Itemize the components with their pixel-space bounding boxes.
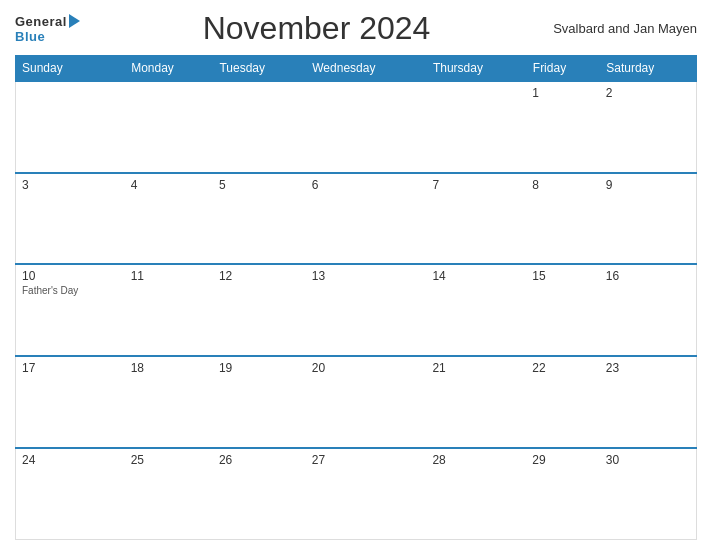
day-number: 30 (606, 453, 690, 467)
day-number: 17 (22, 361, 119, 375)
day-number: 19 (219, 361, 300, 375)
calendar-title: November 2024 (80, 10, 553, 47)
calendar-cell: 15 (526, 264, 599, 356)
day-number: 22 (532, 361, 593, 375)
holiday-label: Father's Day (22, 285, 119, 296)
calendar-cell: 14 (426, 264, 526, 356)
calendar-cell: 4 (125, 173, 213, 265)
day-number: 27 (312, 453, 421, 467)
calendar-week-0: 12 (16, 81, 697, 173)
calendar-cell: 2 (600, 81, 697, 173)
day-of-week-wednesday: Wednesday (306, 56, 427, 82)
calendar-cell: 6 (306, 173, 427, 265)
day-of-week-friday: Friday (526, 56, 599, 82)
calendar-cell: 24 (16, 448, 125, 540)
region-label: Svalbard and Jan Mayen (553, 21, 697, 36)
day-number: 12 (219, 269, 300, 283)
days-of-week-row: SundayMondayTuesdayWednesdayThursdayFrid… (16, 56, 697, 82)
calendar-cell: 12 (213, 264, 306, 356)
calendar-cell: 21 (426, 356, 526, 448)
calendar-cell: 29 (526, 448, 599, 540)
calendar-body: 12345678910Father's Day11121314151617181… (16, 81, 697, 540)
calendar-week-3: 17181920212223 (16, 356, 697, 448)
day-number: 1 (532, 86, 593, 100)
calendar-cell: 7 (426, 173, 526, 265)
day-number: 26 (219, 453, 300, 467)
day-number: 29 (532, 453, 593, 467)
logo-triangle-icon (69, 14, 80, 28)
calendar-cell (306, 81, 427, 173)
day-number: 21 (432, 361, 520, 375)
day-number: 2 (606, 86, 690, 100)
logo: General Blue (15, 14, 80, 44)
day-number: 18 (131, 361, 207, 375)
calendar-cell: 25 (125, 448, 213, 540)
calendar-cell: 5 (213, 173, 306, 265)
logo-general-text: General (15, 14, 67, 29)
calendar-cell: 11 (125, 264, 213, 356)
day-number: 7 (432, 178, 520, 192)
calendar-cell: 20 (306, 356, 427, 448)
calendar-cell (426, 81, 526, 173)
logo-blue-text: Blue (15, 29, 45, 44)
calendar-cell: 9 (600, 173, 697, 265)
day-of-week-saturday: Saturday (600, 56, 697, 82)
day-number: 4 (131, 178, 207, 192)
calendar-week-1: 3456789 (16, 173, 697, 265)
calendar-cell: 16 (600, 264, 697, 356)
day-number: 13 (312, 269, 421, 283)
day-number: 6 (312, 178, 421, 192)
day-number: 5 (219, 178, 300, 192)
calendar-cell: 18 (125, 356, 213, 448)
calendar-cell: 17 (16, 356, 125, 448)
day-number: 25 (131, 453, 207, 467)
day-number: 11 (131, 269, 207, 283)
calendar-cell (213, 81, 306, 173)
calendar-week-2: 10Father's Day111213141516 (16, 264, 697, 356)
calendar-header-row: SundayMondayTuesdayWednesdayThursdayFrid… (16, 56, 697, 82)
day-number: 10 (22, 269, 119, 283)
day-number: 20 (312, 361, 421, 375)
day-number: 14 (432, 269, 520, 283)
calendar-cell: 19 (213, 356, 306, 448)
day-of-week-thursday: Thursday (426, 56, 526, 82)
day-of-week-tuesday: Tuesday (213, 56, 306, 82)
calendar-cell: 27 (306, 448, 427, 540)
day-of-week-sunday: Sunday (16, 56, 125, 82)
calendar-cell: 1 (526, 81, 599, 173)
calendar-table: SundayMondayTuesdayWednesdayThursdayFrid… (15, 55, 697, 540)
calendar-cell (125, 81, 213, 173)
day-number: 24 (22, 453, 119, 467)
day-number: 23 (606, 361, 690, 375)
calendar-cell: 3 (16, 173, 125, 265)
calendar-cell: 23 (600, 356, 697, 448)
calendar-cell: 28 (426, 448, 526, 540)
calendar-cell (16, 81, 125, 173)
calendar-cell: 26 (213, 448, 306, 540)
calendar-week-4: 24252627282930 (16, 448, 697, 540)
day-number: 8 (532, 178, 593, 192)
calendar-cell: 13 (306, 264, 427, 356)
calendar-cell: 10Father's Day (16, 264, 125, 356)
day-number: 16 (606, 269, 690, 283)
day-number: 3 (22, 178, 119, 192)
calendar-cell: 30 (600, 448, 697, 540)
day-of-week-monday: Monday (125, 56, 213, 82)
calendar-cell: 22 (526, 356, 599, 448)
day-number: 9 (606, 178, 690, 192)
day-number: 15 (532, 269, 593, 283)
day-number: 28 (432, 453, 520, 467)
calendar-header: General Blue November 2024 Svalbard and … (15, 10, 697, 47)
calendar-cell: 8 (526, 173, 599, 265)
